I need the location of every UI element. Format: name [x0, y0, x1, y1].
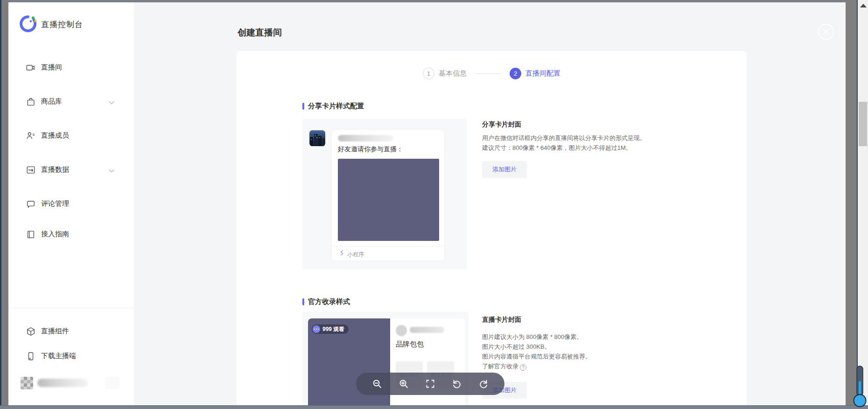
- phone-icon: [26, 351, 36, 361]
- share-card-cover-placeholder: [338, 159, 439, 241]
- cube-icon: [26, 326, 36, 337]
- live-status-icon: [313, 325, 320, 333]
- live-card-info: 品牌包包 商品展示 商品展示: [390, 318, 465, 409]
- invite-text: 好友邀请你参与直播：: [338, 145, 403, 154]
- section-official-listing-header: 官方收录样式: [302, 297, 350, 306]
- sidebar-item-live-room[interactable]: 直播间: [8, 58, 134, 77]
- guide-icon: [26, 229, 36, 240]
- live-card-preview: 999 观看 品牌包包 商品展示 商品展示: [308, 318, 465, 409]
- sidebar-item-label: 商品库: [41, 97, 62, 106]
- touch-pointer-icon: [853, 363, 867, 409]
- sidebar: 直播控制台 直播间 商品库: [8, 2, 134, 405]
- stepper: 1 基本信息 2 直播间配置: [237, 68, 747, 79]
- step-1-label: 基本信息: [439, 69, 467, 78]
- chat-avatar-image: [309, 130, 325, 146]
- section-accent-bar: [302, 103, 304, 110]
- app-title: 直播控制台: [41, 19, 83, 30]
- mini-program-icon: [339, 249, 345, 258]
- close-icon: [823, 28, 829, 35]
- sidebar-item-label: 接入指南: [41, 230, 69, 239]
- live-cover-desc-line2: 图片大小不超过 300KB。: [482, 342, 551, 352]
- share-card-preview-panel: 好友邀请你参与直播： 小程序: [302, 119, 467, 269]
- step-1-circle: 1: [423, 68, 434, 79]
- host-name-redacted: [410, 327, 444, 333]
- app-logo-icon: [19, 14, 37, 33]
- window-frame-bottom: [0, 405, 868, 409]
- window-frame-right: [846, 0, 858, 409]
- sidebar-item-live-members[interactable]: 直播成员: [8, 127, 134, 145]
- sidebar-item-integration-guide[interactable]: 接入指南: [8, 225, 134, 244]
- sidebar-item-product-library[interactable]: 商品库: [8, 92, 134, 111]
- sidebar-item-comment-management[interactable]: 评论管理: [8, 195, 134, 213]
- sidebar-item-live-data[interactable]: 直播数据: [8, 161, 134, 179]
- official-listing-help-link[interactable]: 了解官方收录?: [482, 361, 526, 371]
- mini-program-label: 小程序: [347, 251, 364, 259]
- scrollbar-track[interactable]: [858, 0, 868, 409]
- camera-icon: [26, 63, 36, 73]
- avatar: [21, 377, 33, 389]
- live-cover-heading: 直播卡片封面: [482, 316, 521, 324]
- sidebar-item-label: 直播成员: [41, 131, 69, 140]
- viewer-badge: 999 观看: [312, 324, 349, 334]
- share-cover-desc-line1: 用户在微信对话框内分享的直播间将以分享卡片的形式呈现。: [482, 133, 646, 143]
- zoom-in-icon[interactable]: [398, 378, 410, 390]
- app-screen: 直播控制台 直播间 商品库: [0, 0, 868, 409]
- comment-icon: [26, 199, 36, 209]
- chevron-down-icon: [108, 167, 115, 173]
- step-connector: [475, 73, 501, 74]
- section-share-card-header: 分享卡片样式配置: [302, 102, 364, 111]
- live-title: 品牌包包: [396, 340, 424, 349]
- share-card-footer: 小程序: [332, 246, 444, 261]
- step-2-circle: 2: [510, 68, 521, 79]
- window-frame-left: [0, 0, 8, 409]
- page-title: 创建直播间: [238, 27, 282, 39]
- user-side-chip: [105, 377, 119, 389]
- help-icon: ?: [520, 364, 526, 371]
- host-avatar-redacted: [396, 325, 407, 336]
- section-accent-bar: [302, 298, 304, 305]
- step-2-label: 直播间配置: [525, 69, 560, 78]
- fullscreen-icon[interactable]: [424, 378, 436, 390]
- sidebar-divider: [8, 308, 134, 308]
- rotate-right-icon[interactable]: [477, 378, 490, 390]
- live-cover-desc-line3: 图片内容遵循平台规范后更容易被推荐。: [482, 352, 591, 361]
- create-live-room-card: 1 基本信息 2 直播间配置 分享卡片样式配置: [237, 51, 747, 409]
- add-image-button-share[interactable]: 添加图片: [482, 161, 527, 178]
- live-cover-desc-line1: 图片建议大小为 800像素 * 800像素。: [482, 332, 582, 342]
- sidebar-item-label: 直播间: [41, 63, 62, 72]
- sidebar-item-label: 下载主播端: [41, 352, 76, 360]
- user-name-redacted: [37, 379, 88, 387]
- share-card-bubble: 好友邀请你参与直播： 小程序: [331, 129, 445, 261]
- scrollbar-thumb[interactable]: [859, 102, 867, 146]
- viewer-count: 999 观看: [322, 325, 344, 333]
- sidebar-item-label: 评论管理: [41, 199, 69, 208]
- window-frame-top: [0, 0, 868, 2]
- rotate-left-icon[interactable]: [451, 378, 463, 390]
- live-cover-placeholder: 999 观看: [308, 318, 390, 409]
- sidebar-item-download-host-app[interactable]: 下载主播端: [8, 347, 134, 366]
- sidebar-item-label: 直播组件: [41, 327, 69, 336]
- image-viewer-toolbar: [356, 373, 504, 395]
- share-cover-desc-line2: 建议尺寸：800像素 * 640像素，图片大小不得超过1M。: [482, 143, 632, 153]
- chevron-down-icon: [108, 99, 115, 105]
- sidebar-item-label: 直播数据: [41, 165, 69, 174]
- zoom-out-icon[interactable]: [371, 378, 383, 390]
- chart-icon: [26, 165, 36, 175]
- scrollbar-up-arrow[interactable]: [860, 4, 867, 7]
- bag-icon: [26, 97, 36, 107]
- sender-name-redacted: [338, 135, 393, 141]
- sidebar-item-live-components[interactable]: 直播组件: [8, 322, 134, 341]
- share-cover-heading: 分享卡片封面: [482, 120, 521, 129]
- member-icon: [26, 131, 36, 141]
- user-account-row[interactable]: [8, 374, 134, 395]
- close-button[interactable]: [818, 24, 834, 40]
